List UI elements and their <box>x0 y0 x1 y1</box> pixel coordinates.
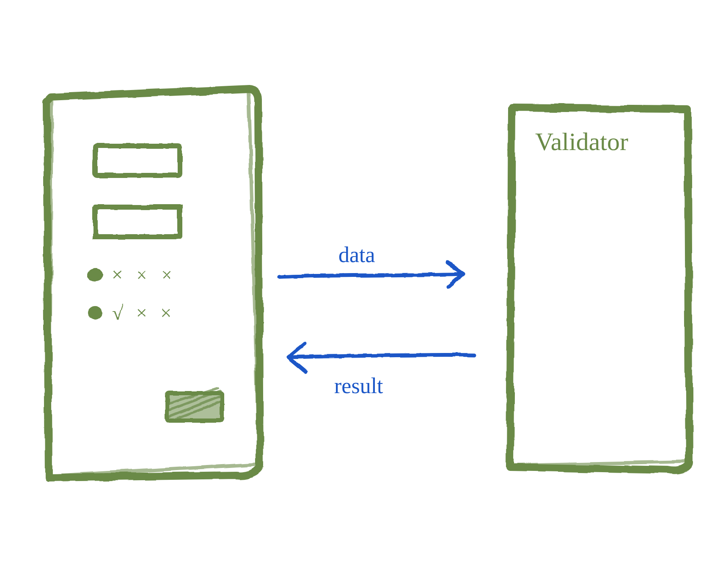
form-radio-row-2: √ × × <box>89 302 176 324</box>
form-radio-row-1: × × × <box>88 264 176 286</box>
validator-title: Validator <box>535 128 628 156</box>
arrow-result-label: result <box>334 374 383 398</box>
form-radio-marks-1: × × × <box>112 264 176 286</box>
svg-rect-0 <box>95 146 180 175</box>
diagram-canvas: × × × √ × × Validator data result <box>0 0 723 588</box>
svg-point-1 <box>88 270 102 280</box>
validator-box <box>510 108 690 471</box>
form-contents: × × × √ × × <box>88 146 222 421</box>
arrow-result <box>288 343 474 372</box>
form-radio-marks-2: √ × × <box>112 302 176 324</box>
form-input-1 <box>95 146 180 175</box>
svg-point-2 <box>89 308 101 318</box>
arrow-data-label: data <box>338 243 375 267</box>
form-input-2 <box>95 207 180 237</box>
form-submit-button <box>167 388 222 421</box>
